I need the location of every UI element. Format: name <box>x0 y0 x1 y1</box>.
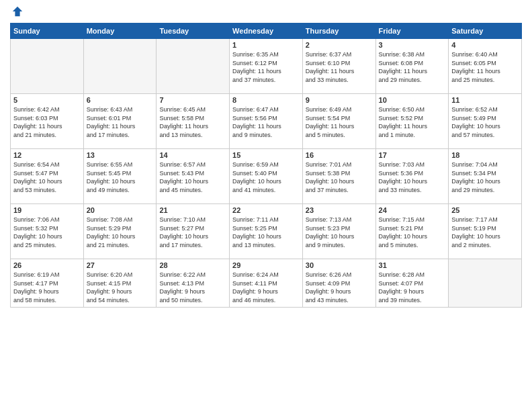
day-info: Sunrise: 7:01 AMSunset: 5:38 PMDaylight:… <box>306 161 373 194</box>
day-cell: 17Sunrise: 7:03 AMSunset: 5:36 PMDayligh… <box>375 149 449 204</box>
day-number: 2 <box>306 41 373 49</box>
week-row-4: 19Sunrise: 7:06 AMSunset: 5:32 PMDayligh… <box>11 204 522 259</box>
day-info: Sunrise: 6:59 AMSunset: 5:40 PMDaylight:… <box>232 161 300 194</box>
day-cell: 25Sunrise: 7:17 AMSunset: 5:19 PMDayligh… <box>449 204 522 259</box>
day-number: 24 <box>379 206 446 214</box>
day-cell: 11Sunrise: 6:52 AMSunset: 5:49 PMDayligh… <box>449 94 522 149</box>
day-cell: 9Sunrise: 6:49 AMSunset: 5:54 PMDaylight… <box>302 94 375 149</box>
day-cell: 21Sunrise: 7:10 AMSunset: 5:27 PMDayligh… <box>157 204 230 259</box>
week-row-1: 1Sunrise: 6:35 AMSunset: 6:12 PMDaylight… <box>11 39 522 94</box>
day-info: Sunrise: 7:08 AMSunset: 5:29 PMDaylight:… <box>87 216 154 249</box>
day-info: Sunrise: 6:19 AMSunset: 4:17 PMDaylight:… <box>13 271 81 304</box>
day-info: Sunrise: 6:20 AMSunset: 4:15 PMDaylight:… <box>87 271 154 304</box>
day-number: 8 <box>232 96 300 104</box>
day-info: Sunrise: 6:55 AMSunset: 5:45 PMDaylight:… <box>87 161 154 194</box>
day-info: Sunrise: 6:40 AMSunset: 6:05 PMDaylight:… <box>451 50 519 84</box>
day-cell: 16Sunrise: 7:01 AMSunset: 5:38 PMDayligh… <box>302 149 375 204</box>
day-number: 3 <box>379 41 446 49</box>
day-number: 20 <box>87 206 154 214</box>
day-number: 26 <box>13 261 81 269</box>
header <box>10 7 522 17</box>
day-cell: 4Sunrise: 6:40 AMSunset: 6:05 PMDaylight… <box>449 39 522 94</box>
day-cell <box>449 259 522 308</box>
day-cell: 24Sunrise: 7:15 AMSunset: 5:21 PMDayligh… <box>375 204 449 259</box>
weekday-wednesday: Wednesday <box>230 24 303 39</box>
day-info: Sunrise: 6:50 AMSunset: 5:52 PMDaylight:… <box>379 105 446 139</box>
day-cell: 10Sunrise: 6:50 AMSunset: 5:52 PMDayligh… <box>375 94 449 149</box>
day-info: Sunrise: 6:37 AMSunset: 6:10 PMDaylight:… <box>306 50 373 84</box>
day-number: 27 <box>87 261 154 269</box>
day-number: 11 <box>451 96 519 104</box>
day-info: Sunrise: 6:43 AMSunset: 6:01 PMDaylight:… <box>87 105 154 139</box>
day-info: Sunrise: 6:47 AMSunset: 5:56 PMDaylight:… <box>232 105 300 139</box>
page: SundayMondayTuesdayWednesdayThursdayFrid… <box>0 0 532 411</box>
day-cell: 14Sunrise: 6:57 AMSunset: 5:43 PMDayligh… <box>157 149 230 204</box>
day-cell: 1Sunrise: 6:35 AMSunset: 6:12 PMDaylight… <box>230 39 303 94</box>
weekday-tuesday: Tuesday <box>157 24 230 39</box>
day-cell: 31Sunrise: 6:28 AMSunset: 4:07 PMDayligh… <box>375 259 449 308</box>
day-number: 6 <box>87 96 154 104</box>
day-cell: 30Sunrise: 6:26 AMSunset: 4:09 PMDayligh… <box>302 259 375 308</box>
day-info: Sunrise: 6:42 AMSunset: 6:03 PMDaylight:… <box>13 105 81 139</box>
day-info: Sunrise: 7:17 AMSunset: 5:19 PMDaylight:… <box>451 216 519 249</box>
day-number: 14 <box>159 151 226 159</box>
day-info: Sunrise: 6:52 AMSunset: 5:49 PMDaylight:… <box>451 105 519 139</box>
day-number: 1 <box>232 41 300 49</box>
day-info: Sunrise: 6:26 AMSunset: 4:09 PMDaylight:… <box>306 271 373 304</box>
day-info: Sunrise: 6:28 AMSunset: 4:07 PMDaylight:… <box>379 271 446 304</box>
day-cell: 26Sunrise: 6:19 AMSunset: 4:17 PMDayligh… <box>11 259 84 308</box>
day-number: 12 <box>13 151 81 159</box>
weekday-saturday: Saturday <box>449 24 522 39</box>
day-cell: 12Sunrise: 6:54 AMSunset: 5:47 PMDayligh… <box>11 149 84 204</box>
day-info: Sunrise: 7:13 AMSunset: 5:23 PMDaylight:… <box>306 216 373 249</box>
day-cell: 2Sunrise: 6:37 AMSunset: 6:10 PMDaylight… <box>302 39 375 94</box>
day-number: 28 <box>159 261 226 269</box>
day-info: Sunrise: 6:57 AMSunset: 5:43 PMDaylight:… <box>159 161 226 194</box>
day-info: Sunrise: 7:03 AMSunset: 5:36 PMDaylight:… <box>379 161 446 194</box>
day-number: 21 <box>159 206 226 214</box>
day-info: Sunrise: 6:49 AMSunset: 5:54 PMDaylight:… <box>306 105 373 139</box>
day-cell: 13Sunrise: 6:55 AMSunset: 5:45 PMDayligh… <box>83 149 157 204</box>
day-info: Sunrise: 6:22 AMSunset: 4:13 PMDaylight:… <box>159 271 226 304</box>
day-cell: 20Sunrise: 7:08 AMSunset: 5:29 PMDayligh… <box>83 204 157 259</box>
day-cell: 3Sunrise: 6:38 AMSunset: 6:08 PMDaylight… <box>375 39 449 94</box>
logo <box>10 7 24 17</box>
day-number: 5 <box>13 96 81 104</box>
weekday-monday: Monday <box>83 24 157 39</box>
day-cell: 8Sunrise: 6:47 AMSunset: 5:56 PMDaylight… <box>230 94 303 149</box>
day-info: Sunrise: 7:11 AMSunset: 5:25 PMDaylight:… <box>232 216 300 249</box>
day-number: 19 <box>13 206 81 214</box>
day-cell <box>157 39 230 94</box>
day-number: 25 <box>451 206 519 214</box>
week-row-3: 12Sunrise: 6:54 AMSunset: 5:47 PMDayligh… <box>11 149 522 204</box>
weekday-friday: Friday <box>375 24 449 39</box>
day-number: 18 <box>451 151 519 159</box>
day-number: 10 <box>379 96 446 104</box>
weekday-sunday: Sunday <box>11 24 84 39</box>
logo-icon <box>11 5 24 17</box>
day-info: Sunrise: 6:38 AMSunset: 6:08 PMDaylight:… <box>379 50 446 84</box>
week-row-2: 5Sunrise: 6:42 AMSunset: 6:03 PMDaylight… <box>11 94 522 149</box>
day-number: 15 <box>232 151 300 159</box>
day-cell: 23Sunrise: 7:13 AMSunset: 5:23 PMDayligh… <box>302 204 375 259</box>
day-cell: 29Sunrise: 6:24 AMSunset: 4:11 PMDayligh… <box>230 259 303 308</box>
day-info: Sunrise: 6:45 AMSunset: 5:58 PMDaylight:… <box>159 105 226 139</box>
day-cell: 28Sunrise: 6:22 AMSunset: 4:13 PMDayligh… <box>157 259 230 308</box>
day-cell: 7Sunrise: 6:45 AMSunset: 5:58 PMDaylight… <box>157 94 230 149</box>
day-info: Sunrise: 7:04 AMSunset: 5:34 PMDaylight:… <box>451 161 519 194</box>
day-cell: 18Sunrise: 7:04 AMSunset: 5:34 PMDayligh… <box>449 149 522 204</box>
day-number: 23 <box>306 206 373 214</box>
day-number: 16 <box>306 151 373 159</box>
day-info: Sunrise: 6:24 AMSunset: 4:11 PMDaylight:… <box>232 271 300 304</box>
day-cell: 6Sunrise: 6:43 AMSunset: 6:01 PMDaylight… <box>83 94 157 149</box>
day-cell <box>11 39 84 94</box>
day-cell: 27Sunrise: 6:20 AMSunset: 4:15 PMDayligh… <box>83 259 157 308</box>
svg-marker-0 <box>13 7 22 16</box>
day-info: Sunrise: 7:15 AMSunset: 5:21 PMDaylight:… <box>379 216 446 249</box>
day-number: 17 <box>379 151 446 159</box>
day-number: 29 <box>232 261 300 269</box>
week-row-5: 26Sunrise: 6:19 AMSunset: 4:17 PMDayligh… <box>11 259 522 308</box>
calendar: SundayMondayTuesdayWednesdayThursdayFrid… <box>10 23 522 308</box>
day-cell: 5Sunrise: 6:42 AMSunset: 6:03 PMDaylight… <box>11 94 84 149</box>
day-cell: 19Sunrise: 7:06 AMSunset: 5:32 PMDayligh… <box>11 204 84 259</box>
